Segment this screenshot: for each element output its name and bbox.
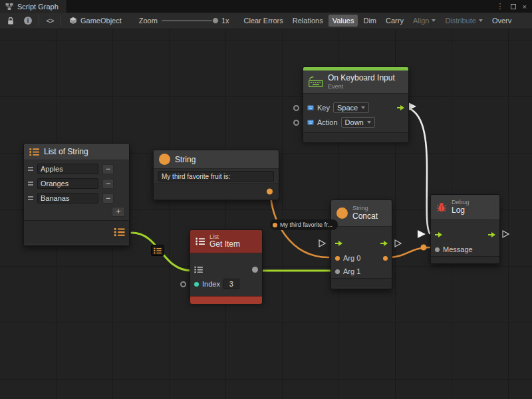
toolbar-separator (61, 15, 61, 26)
info-icon[interactable]: i (21, 15, 35, 27)
dim-button[interactable]: Dim (359, 15, 380, 27)
chevron-down-icon (479, 19, 483, 22)
string-value-dot-icon (273, 223, 277, 227)
gameobject-selector[interactable]: GameObject (65, 17, 126, 25)
list-output-port[interactable] (114, 227, 125, 237)
string-value-input[interactable]: My third favorite fruit is: (158, 171, 274, 182)
flow-out-port[interactable] (488, 232, 495, 237)
graph-toolbar: i <> GameObject Zoom 1x Clear Errors Rel… (0, 13, 532, 29)
node-concat[interactable]: String Concat Arg 0 Arg 1 (331, 200, 392, 289)
arg0-row: Arg 0 (331, 251, 392, 265)
node-header: String Concat (331, 200, 392, 227)
drag-handle-icon[interactable] (28, 196, 33, 200)
node-title: On Keyboard Input (328, 74, 395, 83)
chevron-down-icon (367, 121, 371, 124)
keyboard-icon (309, 76, 323, 87)
list-item-input[interactable]: Apples (37, 164, 98, 174)
graph-canvas[interactable]: My third favorite fr... On Keyboard Inpu… (0, 29, 532, 399)
key-dropdown[interactable]: Space (333, 102, 369, 113)
action-dropdown[interactable]: Down (341, 117, 375, 128)
remove-item-button[interactable]: − (102, 164, 114, 174)
node-footer (431, 256, 499, 263)
string-output-port[interactable] (267, 189, 273, 195)
index-type-dot-icon (194, 282, 199, 287)
list-item-input[interactable]: Bananas (37, 193, 98, 203)
maximize-icon[interactable] (511, 4, 516, 9)
item-output-port[interactable] (252, 267, 258, 273)
node-body: Apples − Oranges − Bananas − + (24, 160, 129, 220)
gameobject-cube-icon (69, 17, 77, 25)
list-icon (196, 237, 205, 245)
message-label: Message (443, 245, 473, 253)
relations-button[interactable]: Relations (289, 15, 327, 27)
carry-button[interactable]: Carry (382, 15, 408, 27)
remove-item-button[interactable]: − (102, 194, 114, 203)
action-row: Action Down (303, 115, 408, 130)
node-title: String (175, 155, 196, 164)
add-item-button[interactable]: + (112, 207, 125, 217)
flow-row (431, 227, 499, 243)
toolbar-buttons: Clear Errors Relations Values Dim Carry … (240, 15, 516, 27)
flow-out-port[interactable] (380, 241, 388, 246)
window-menu-icon[interactable]: ⋮ (497, 2, 504, 11)
node-header: On Keyboard Input Event (303, 70, 408, 94)
close-icon[interactable]: × (523, 3, 527, 11)
index-value-input[interactable]: 3 (223, 279, 239, 289)
node-title: List of String (44, 147, 88, 156)
flow-in-port[interactable] (435, 232, 442, 237)
drag-handle-icon[interactable] (28, 167, 33, 171)
zoom-slider[interactable] (162, 20, 217, 21)
node-debug-log[interactable]: Debug Log Message (430, 194, 500, 264)
key-input-port[interactable] (293, 105, 299, 111)
drag-handle-icon[interactable] (28, 182, 33, 186)
node-header: Debug Log (431, 195, 499, 220)
values-button[interactable]: Values (329, 15, 358, 27)
node-list-of-string[interactable]: List of String Apples − Oranges − Banana… (23, 143, 130, 246)
message-row: Message (431, 243, 499, 256)
string-type-icon (159, 154, 170, 165)
value-tooltip-text: My third favorite fr... (280, 221, 332, 228)
node-title: Log (452, 206, 469, 215)
list-item-input[interactable]: Oranges (37, 178, 98, 189)
lock-icon[interactable] (4, 15, 17, 27)
node-header: String (154, 150, 279, 169)
node-body: Arg 0 Arg 1 (331, 227, 392, 278)
remove-item-button[interactable]: − (102, 179, 114, 189)
zoom-slider-handle[interactable] (212, 17, 219, 24)
node-header: List Get Item (190, 230, 262, 253)
flow-in-port[interactable] (335, 241, 342, 246)
chevron-down-icon (361, 106, 365, 109)
code-view-icon[interactable]: <> (43, 15, 57, 27)
gameobject-label: GameObject (80, 17, 122, 25)
list-item-row: Bananas − (24, 191, 129, 205)
toolbar-separator (39, 15, 39, 26)
node-get-item[interactable]: List Get Item Index 3 (190, 229, 263, 302)
action-dropdown-value: Down (345, 118, 364, 126)
clear-errors-button[interactable]: Clear Errors (240, 15, 287, 27)
index-input-port[interactable] (180, 281, 186, 287)
distribute-button[interactable]: Distribute (441, 15, 486, 27)
flow-row (331, 235, 392, 251)
node-footer (303, 132, 408, 142)
arg1-label: Arg 1 (343, 267, 360, 275)
overview-button[interactable]: Overv (488, 15, 515, 27)
node-on-keyboard-input[interactable]: On Keyboard Input Event Key Space (303, 66, 409, 141)
unity-script-graph-window: Script Graph ⋮ × i <> GameObject Zoom 1x (0, 0, 532, 399)
result-output-port[interactable] (383, 256, 388, 261)
node-body: Message (431, 220, 499, 256)
message-input-port[interactable] (435, 247, 440, 252)
list-input-port[interactable] (194, 266, 203, 273)
node-string-literal[interactable]: String My third favorite fruit is: (153, 150, 279, 200)
flow-hint-icon (319, 240, 325, 247)
tab-script-graph[interactable]: Script Graph (0, 0, 67, 13)
arg1-input-port[interactable] (335, 269, 340, 274)
flow-out-port[interactable] (397, 105, 404, 110)
align-button[interactable]: Align (409, 15, 440, 27)
arg0-input-port[interactable] (335, 256, 340, 261)
key-type-icon (307, 104, 314, 111)
node-subtitle: Event (328, 83, 395, 90)
action-input-port[interactable] (293, 120, 299, 126)
add-item-row: + (24, 205, 129, 217)
list-item-row: Oranges − (24, 176, 129, 191)
distribute-label: Distribute (445, 17, 475, 25)
